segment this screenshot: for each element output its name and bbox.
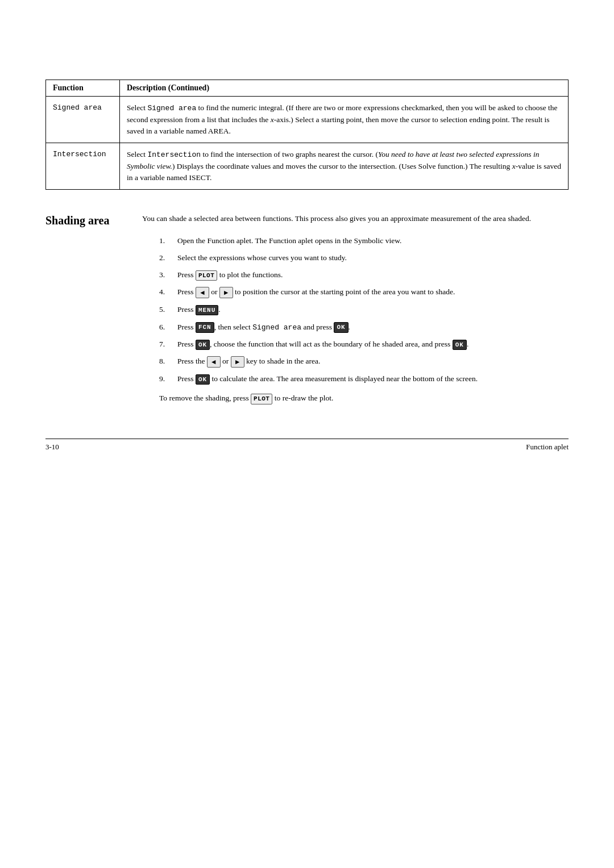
footer-right: Function aplet <box>526 443 569 452</box>
step-num: 1. <box>159 235 173 247</box>
footer: 3-10 Function aplet <box>45 439 569 452</box>
step-text: Press FCN, then select Signed area and p… <box>177 322 569 333</box>
right-arrow-key-8: ► <box>231 356 244 368</box>
list-item: 2. Select the expressions whose curves y… <box>159 252 569 264</box>
inline-signed-area: Signed area <box>252 323 301 332</box>
step-text: Press OK, choose the function that will … <box>177 339 569 350</box>
list-item: 1. Open the Function aplet. The Function… <box>159 235 569 247</box>
plot-key: PLOT <box>196 270 217 281</box>
step-text: Press ◄ or ► to position the cursor at t… <box>177 286 569 298</box>
func-signed-area: Signed area <box>46 97 120 143</box>
step-text: Press MENU. <box>177 304 569 315</box>
step-num: 9. <box>159 373 173 385</box>
step-text: Select the expressions whose curves you … <box>177 252 569 264</box>
section-body: You can shade a selected area between fu… <box>142 212 569 404</box>
list-item: 3. Press PLOT to plot the functions. <box>159 269 569 281</box>
fcn-key: FCN <box>196 322 214 333</box>
table-row: Intersection Select Intersection to find… <box>46 143 569 190</box>
inline-code: Signed area <box>147 104 196 112</box>
ok-key-7b: OK <box>453 340 467 350</box>
ok-key-7a: OK <box>196 340 210 350</box>
list-item: 6. Press FCN, then select Signed area an… <box>159 322 569 333</box>
table-row: Signed area Select Signed area to find t… <box>46 97 569 143</box>
plot-key-remove: PLOT <box>251 394 272 404</box>
desc-intersection: Select Intersection to find the intersec… <box>120 143 569 190</box>
list-item: 5. Press MENU. <box>159 304 569 315</box>
step-num: 5. <box>159 304 173 315</box>
step-num: 8. <box>159 356 173 368</box>
step-text: Press the ◄ or ► key to shade in the are… <box>177 356 569 368</box>
step-num: 4. <box>159 286 173 298</box>
steps-list: 1. Open the Function aplet. The Function… <box>142 235 569 385</box>
inline-code-intersection: Intersection <box>147 151 201 159</box>
step-text: Press PLOT to plot the functions. <box>177 269 569 281</box>
left-arrow-key: ◄ <box>196 287 209 298</box>
section-intro: You can shade a selected area between fu… <box>142 212 569 225</box>
list-item: 9. Press OK to calculate the area. The a… <box>159 373 569 385</box>
function-table: Function Description (Continued) Signed … <box>45 80 569 190</box>
step-text: Press OK to calculate the area. The area… <box>177 373 569 385</box>
list-item: 8. Press the ◄ or ► key to shade in the … <box>159 356 569 368</box>
right-arrow-key: ► <box>219 287 233 298</box>
step-text: Open the Function aplet. The Function ap… <box>177 235 569 247</box>
menu-key: MENU <box>196 305 218 316</box>
ok-key-9: OK <box>196 374 210 385</box>
func-intersection: Intersection <box>46 143 120 190</box>
list-item: 4. Press ◄ or ► to position the cursor a… <box>159 286 569 298</box>
step-num: 6. <box>159 322 173 333</box>
left-arrow-key-8: ◄ <box>207 356 221 368</box>
footer-left: 3-10 <box>45 443 59 452</box>
col1-header: Function <box>46 80 120 97</box>
step-num: 7. <box>159 339 173 350</box>
step-num: 2. <box>159 252 173 264</box>
shading-section: Shading area You can shade a selected ar… <box>45 212 569 404</box>
page-content: Function Description (Continued) Signed … <box>45 80 569 452</box>
remove-note: To remove the shading, press PLOT to re-… <box>159 393 569 404</box>
list-item: 7. Press OK, choose the function that wi… <box>159 339 569 350</box>
col2-header: Description (Continued) <box>120 80 569 97</box>
ok-key-6: OK <box>334 322 348 333</box>
section-title: Shading area <box>45 212 125 404</box>
step-num: 3. <box>159 269 173 281</box>
desc-signed-area: Select Signed area to find the numeric i… <box>120 97 569 143</box>
